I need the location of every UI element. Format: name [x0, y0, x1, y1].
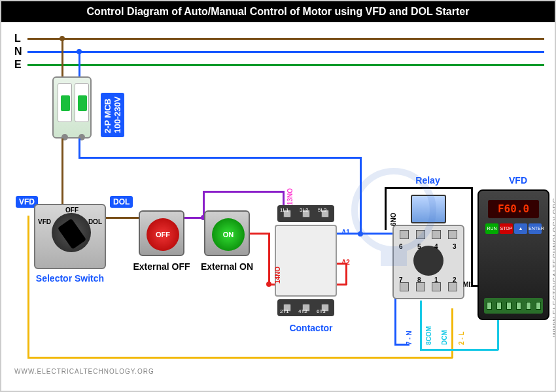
diagram-title: Control Diagram of Auto/Manual Control o…	[1, 1, 555, 22]
diagram-canvas: Control Diagram of Auto/Manual Control o…	[0, 0, 556, 392]
term-6t3: 6T3	[317, 308, 326, 314]
selector-switch: OFF VFD DOL	[34, 204, 106, 269]
wire-purple-h2	[203, 191, 284, 193]
svg-point-0	[355, 171, 433, 250]
mcb-label: 2-P MCB 100-230V	[101, 93, 124, 137]
wire-red-v1	[268, 233, 270, 285]
label-n: N	[14, 46, 22, 57]
watermark-side: WWW.ELECTRICALTECHNOLOGY.ORG	[552, 197, 556, 337]
svg-rect-1	[381, 246, 407, 266]
term-5l3: 5L3	[318, 207, 326, 213]
contactor-body	[275, 225, 337, 297]
watermark-bulb-icon	[328, 158, 459, 289]
contactor-label: Contactor	[280, 323, 342, 333]
vfd-label: VFD	[498, 175, 538, 186]
vfd-drive: F60.0 RUN STOP ▲ ENTER	[478, 189, 549, 320]
on-button-face: ON	[212, 218, 245, 251]
wire-cyan-8com-v	[420, 301, 422, 350]
node-l	[60, 36, 65, 41]
off-label: External OFF	[131, 261, 192, 272]
mcb-2pole	[52, 76, 92, 139]
wire-n-mcb-v	[78, 139, 80, 158]
wire-yellow-h	[27, 357, 453, 359]
vfd-display: F60.0	[488, 200, 539, 218]
vfd-stop-button: STOP	[500, 223, 513, 234]
external-on-button: ON	[204, 210, 250, 256]
on-label: External ON	[198, 261, 256, 272]
selector-pos-dol: DOL	[88, 218, 102, 225]
vfd-nav-button: ▲	[514, 223, 527, 234]
label-e: E	[14, 59, 22, 71]
vfd-terminal-strip	[484, 298, 543, 314]
wire-l-to-selector	[61, 139, 63, 204]
tag-mi1: MI1	[463, 281, 474, 288]
wire-dol-to-off	[106, 217, 139, 219]
wire-red-h1	[250, 233, 269, 235]
selector-label: Selector Switch	[34, 273, 106, 284]
off-button-face: OFF	[147, 218, 179, 251]
term-2t1: 2T1	[280, 308, 289, 314]
wire-black-v2	[471, 187, 473, 286]
external-off-button: OFF	[139, 210, 184, 256]
term-1l1: 1L1	[280, 207, 288, 213]
tag-14no: 14NO	[274, 267, 281, 284]
term-3l2: 3L2	[300, 207, 308, 213]
vfd-run-button: RUN	[485, 223, 498, 234]
tag-pin2: 2 - L	[458, 331, 465, 345]
node-n	[77, 49, 82, 54]
wire-l	[27, 38, 544, 40]
label-l: L	[14, 33, 21, 44]
contactor: 1L1 3L2 5L3 2T1 4T2 6T3	[275, 205, 337, 316]
wire-cyan-h	[420, 349, 498, 351]
selector-tag-dol: DOL	[110, 196, 133, 208]
vfd-enter-button: ENTER	[529, 223, 542, 234]
wire-yellow-v	[27, 216, 29, 358]
node-red	[266, 282, 271, 287]
tag-13no: 13NO	[287, 188, 294, 205]
selector-pos-vfd: VFD	[38, 218, 51, 225]
watermark-bottom: WWW.ELECTRICALTECHNOLOGY.ORG	[14, 368, 154, 375]
wire-l-drop	[61, 38, 63, 77]
term-4t2: 4T2	[298, 308, 307, 314]
tag-8com: 8COM	[425, 326, 432, 345]
tag-dcm: DCM	[441, 330, 448, 345]
tag-pin7: 7 - N	[406, 331, 413, 345]
wire-n-drop	[78, 51, 80, 77]
mcb-pole-2	[75, 83, 89, 122]
wire-e	[27, 64, 544, 66]
mcb-pole-1	[58, 83, 72, 122]
wire-n-mcb-h	[78, 157, 361, 159]
vfd-button-row: RUN STOP ▲ ENTER	[485, 223, 542, 237]
wire-n	[27, 51, 544, 53]
